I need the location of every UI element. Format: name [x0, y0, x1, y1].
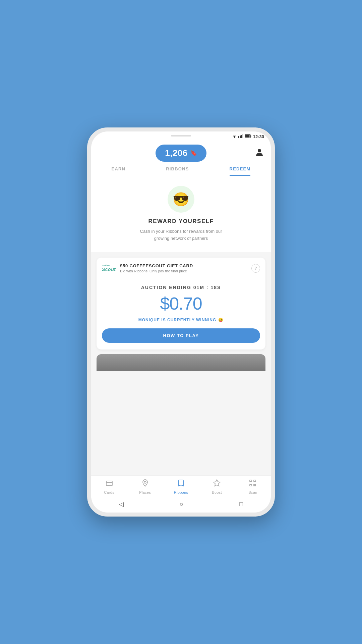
nav-item-boost[interactable]: Boost — [207, 479, 227, 494]
phone-frame: ▼ 12:30 — [87, 127, 275, 517]
card-info: $50 COFFEESCOUT GIFT CARD Bid with Ribbo… — [120, 263, 193, 273]
card-subtitle: Bid with Ribbons. Only pay the final pri… — [120, 269, 193, 273]
tab-earn[interactable]: EARN — [112, 166, 126, 176]
auction-winner: MONIQUE IS CURRENTLY WINNING 😛 — [138, 318, 224, 322]
ribbons-icon — [177, 479, 185, 489]
svg-rect-5 — [250, 136, 251, 137]
auction-card-body: AUCTION ENDING 01M : 18S $0.70 MONIQUE I… — [97, 278, 265, 350]
auction-section: coffee Scout $50 COFFEESCOUT GIFT CARD B… — [91, 252, 271, 475]
svg-rect-2 — [241, 135, 242, 138]
cards-icon — [105, 479, 113, 489]
svg-rect-6 — [245, 135, 249, 138]
auction-card: coffee Scout $50 COFFEESCOUT GIFT CARD B… — [97, 258, 265, 350]
nav-label-scan: Scan — [248, 490, 257, 494]
svg-rect-0 — [238, 136, 239, 138]
bottom-nav: Cards Places Ribbons — [91, 475, 271, 497]
ribbon-icon-small: 🔖 — [190, 150, 197, 156]
nav-label-boost: Boost — [212, 490, 222, 494]
how-to-play-button[interactable]: HOW TO PLAY — [102, 328, 260, 343]
auction-price: $0.70 — [160, 293, 202, 314]
profile-icon[interactable] — [255, 147, 264, 159]
status-icons: ▼ 12:30 — [232, 134, 264, 139]
places-icon — [141, 479, 149, 489]
tab-redeem[interactable]: REDEEM — [230, 166, 251, 176]
time: 12:30 — [253, 134, 264, 139]
content-area: 😎 REWARD YOURSELF Cash in your Ribbons f… — [91, 176, 271, 475]
svg-rect-12 — [254, 480, 256, 482]
tabs: EARN RIBBONS REDEEM — [91, 162, 271, 176]
svg-rect-3 — [242, 134, 243, 138]
svg-rect-1 — [240, 136, 241, 138]
nav-label-cards: Cards — [104, 490, 114, 494]
points-badge[interactable]: 1,206 🔖 — [156, 145, 206, 162]
tab-ribbons[interactable]: RIBBONS — [166, 166, 189, 176]
reward-title: REWARD YOURSELF — [148, 218, 214, 225]
points-value: 1,206 — [165, 148, 188, 158]
android-home-button[interactable]: ○ — [180, 501, 183, 508]
reward-emoji: 😎 — [168, 186, 194, 213]
scan-icon — [249, 479, 257, 489]
svg-rect-13 — [250, 484, 252, 486]
reward-description: Cash in your Ribbons for rewards from ou… — [134, 228, 228, 242]
auction-timer: AUCTION ENDING 01M : 18S — [141, 285, 221, 290]
nav-label-places: Places — [139, 490, 151, 494]
wifi-icon: ▼ — [232, 134, 237, 139]
android-nav: ◁ ○ □ — [91, 497, 271, 513]
phone-inner: ▼ 12:30 — [91, 131, 271, 513]
svg-marker-10 — [214, 480, 220, 486]
nav-item-places[interactable]: Places — [135, 479, 155, 494]
help-button[interactable]: ? — [251, 264, 260, 273]
card-title: $50 COFFEESCOUT GIFT CARD — [120, 263, 193, 268]
nav-item-scan[interactable]: Scan — [243, 479, 263, 494]
brand-logo: coffee Scout — [102, 263, 117, 274]
svg-rect-11 — [250, 480, 252, 482]
next-card-preview — [97, 354, 265, 371]
next-card-image — [97, 354, 265, 371]
nav-item-cards[interactable]: Cards — [99, 479, 119, 494]
svg-point-9 — [144, 481, 146, 483]
android-recents-button[interactable]: □ — [239, 501, 243, 508]
nav-item-ribbons[interactable]: Ribbons — [171, 479, 191, 494]
reward-section: 😎 REWARD YOURSELF Cash in your Ribbons f… — [91, 176, 271, 252]
brand-logo-text: coffee Scout — [102, 264, 116, 272]
battery-icon — [245, 134, 251, 139]
brand-info: coffee Scout $50 COFFEESCOUT GIFT CARD B… — [102, 263, 193, 274]
android-back-button[interactable]: ◁ — [119, 500, 124, 508]
svg-point-7 — [258, 149, 261, 152]
auction-card-header: coffee Scout $50 COFFEESCOUT GIFT CARD B… — [97, 258, 265, 278]
signal-icon — [238, 134, 243, 139]
speaker — [171, 135, 191, 137]
boost-icon — [213, 479, 221, 489]
header: 1,206 🔖 — [91, 141, 271, 162]
nav-label-ribbons: Ribbons — [174, 490, 188, 494]
